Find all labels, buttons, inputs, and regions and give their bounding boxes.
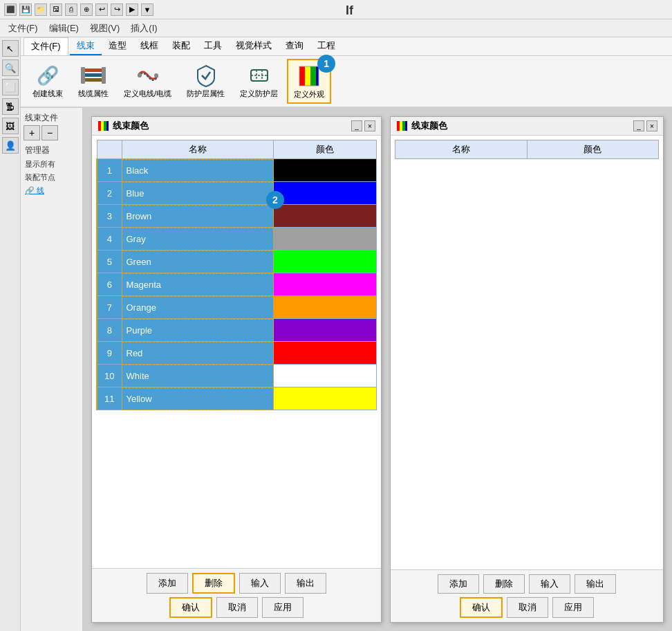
dialog-2-add-btn[interactable]: 添加	[438, 574, 479, 594]
tab-wireframe[interactable]: 线框	[133, 37, 165, 55]
table-row-name-7[interactable]: Orange	[122, 296, 274, 319]
dialog-1-minimize-btn[interactable]: _	[351, 120, 362, 131]
dialog-1-delete-btn[interactable]: 删除	[192, 573, 235, 594]
title-icon-2[interactable]: 💾	[19, 3, 32, 16]
menu-edit[interactable]: 编辑(E)	[44, 20, 84, 37]
toolbar-btn-create-harness[interactable]: 🔗 创建线束	[26, 59, 69, 104]
tab-engineering[interactable]: 工程	[310, 37, 342, 55]
tab-shape[interactable]: 造型	[102, 37, 133, 55]
left-sidebar: ↖ 🔍 ⬜ 🗜 🖼 👤	[0, 37, 21, 631]
dialog-1-cancel-btn[interactable]: 取消	[216, 597, 258, 618]
dialog-1-import-btn[interactable]: 输入	[239, 573, 281, 594]
dialog-1-apply-btn[interactable]: 应用	[262, 597, 304, 618]
table-row-num-10[interactable]: 10	[97, 365, 122, 387]
sidebar-icon-3d[interactable]: 🗜	[2, 98, 19, 115]
table-row-color-5[interactable]	[274, 250, 377, 273]
table-row-color-1[interactable]	[274, 159, 377, 182]
show-all-btn[interactable]: 显示所有	[24, 158, 80, 171]
sidebar-icon-zoom[interactable]: 🔍	[2, 60, 19, 76]
table-row-name-8[interactable]: Purple	[122, 319, 274, 342]
sidebar-icon-user[interactable]: 👤	[2, 137, 19, 154]
toolbar-btn-define-protection[interactable]: 定义防护层	[234, 59, 284, 104]
table-row-color-2[interactable]	[274, 182, 377, 205]
table-row-num-3[interactable]: 3	[97, 205, 122, 228]
toolbar-file-btn[interactable]: 文件(F)	[24, 37, 68, 55]
define-protection-label: 定义防护层	[240, 89, 278, 99]
table-row-num-1[interactable]: 1	[97, 159, 122, 182]
dialog-1-confirm-btn[interactable]: 确认	[169, 597, 212, 618]
dialog-2-apply-btn[interactable]: 应用	[552, 597, 594, 618]
title-icon-8[interactable]: ↪	[111, 3, 123, 16]
table-row-num-2[interactable]: 2	[97, 182, 122, 205]
if-text: If	[346, 3, 353, 18]
table-row-name-10[interactable]: White	[122, 365, 274, 387]
table-row-name-3[interactable]: Brown	[122, 205, 274, 228]
table-row-num-8[interactable]: 8	[97, 319, 122, 342]
tab-harness[interactable]: 线束	[70, 37, 102, 55]
title-icon-4[interactable]: 🖫	[50, 3, 62, 16]
menu-file[interactable]: 文件(F)	[3, 20, 44, 37]
dialog-2-import-btn[interactable]: 输入	[529, 574, 570, 594]
table-row-name-6[interactable]: Magenta	[122, 273, 274, 296]
tab-query[interactable]: 查询	[279, 37, 310, 55]
dialog-1-footer: 添加 删除 输入 输出 确认 取消 应用	[92, 568, 381, 622]
toolbar-btn-define-appearance[interactable]: 1 定义外观	[287, 59, 331, 104]
table-row-num-7[interactable]: 7	[97, 296, 122, 319]
menu-insert[interactable]: 插入(I)	[125, 20, 162, 37]
table-row-num-5[interactable]: 5	[97, 250, 122, 273]
menu-view[interactable]: 视图(V)	[84, 20, 125, 37]
title-icon-9[interactable]: ▶	[126, 3, 138, 16]
table-row-num-4[interactable]: 4	[97, 228, 122, 250]
dialog-1-close-btn[interactable]: ×	[364, 120, 375, 131]
dialog-2-confirm-btn[interactable]: 确认	[460, 597, 503, 618]
toolbar-btn-cable-props[interactable]: 线缆属性	[72, 59, 115, 104]
sidebar-icon-select[interactable]: ↖	[2, 40, 19, 57]
tab-visual[interactable]: 视觉样式	[229, 37, 279, 55]
dialog-2-delete-btn[interactable]: 删除	[483, 574, 525, 594]
title-icon-6[interactable]: ⊕	[80, 3, 93, 16]
svg-rect-16	[106, 121, 109, 131]
badge-1: 1	[317, 55, 335, 73]
table-row-color-4[interactable]	[274, 228, 377, 250]
title-icon-3[interactable]: 📁	[35, 3, 47, 16]
title-icon-7[interactable]: ↩	[95, 3, 108, 16]
tab-tools[interactable]: 工具	[197, 37, 229, 55]
dialog-2-export-btn[interactable]: 输出	[575, 574, 616, 594]
tab-assembly[interactable]: 装配	[165, 37, 197, 55]
table-row-num-6[interactable]: 6	[97, 273, 122, 296]
link-btn[interactable]: 🔗 线	[24, 184, 80, 197]
table-row-color-7[interactable]	[274, 296, 377, 319]
table-row-color-8[interactable]	[274, 319, 377, 342]
dialog-2-close-btn[interactable]: ×	[646, 120, 657, 131]
dialog-2-minimize-btn[interactable]: _	[633, 120, 644, 131]
table-row-name-5[interactable]: Green	[122, 250, 274, 273]
table-row-name-9[interactable]: Red	[122, 342, 274, 365]
svg-rect-4	[102, 67, 106, 84]
table-row-color-6[interactable]	[274, 273, 377, 296]
table-row-color-10[interactable]	[274, 365, 377, 387]
assemble-btn[interactable]: 装配节点	[24, 171, 80, 184]
sidebar-icon-box[interactable]: ⬜	[2, 79, 19, 95]
table-row-num-11[interactable]: 11	[97, 387, 122, 410]
sidebar-icon-image[interactable]: 🖼	[2, 118, 19, 134]
title-icon-1[interactable]: ⬛	[4, 3, 17, 16]
sidebar-remove-btn[interactable]: −	[41, 125, 58, 140]
table-row-name-11[interactable]: Yellow	[122, 387, 274, 410]
toolbar-btn-define-wire[interactable]: 定义电线/电缆	[118, 59, 178, 104]
title-icon-5[interactable]: ⎙	[65, 3, 77, 16]
table-row-color-3[interactable]	[274, 205, 377, 228]
toolbar-btn-protection-props[interactable]: 防护层属性	[180, 59, 231, 104]
color-table-1[interactable]: 名称 颜色 1Black2Blue3Brown4Gray5Green6Magen…	[96, 140, 377, 410]
table-row-color-11[interactable]	[274, 387, 377, 410]
sidebar-add-btn[interactable]: +	[24, 125, 40, 140]
dialog-2-cancel-btn[interactable]: 取消	[507, 597, 548, 618]
table-row-color-9[interactable]	[274, 342, 377, 365]
table-row-name-1[interactable]: Black	[122, 159, 274, 182]
title-icon-10[interactable]: ▼	[141, 3, 153, 16]
table-row-name-4[interactable]: Gray	[122, 228, 274, 250]
table-row-name-2[interactable]: Blue	[122, 182, 274, 205]
svg-rect-3	[81, 67, 85, 84]
dialog-1-add-btn[interactable]: 添加	[147, 573, 188, 594]
table-row-num-9[interactable]: 9	[97, 342, 122, 365]
dialog-1-export-btn[interactable]: 输出	[285, 573, 326, 594]
